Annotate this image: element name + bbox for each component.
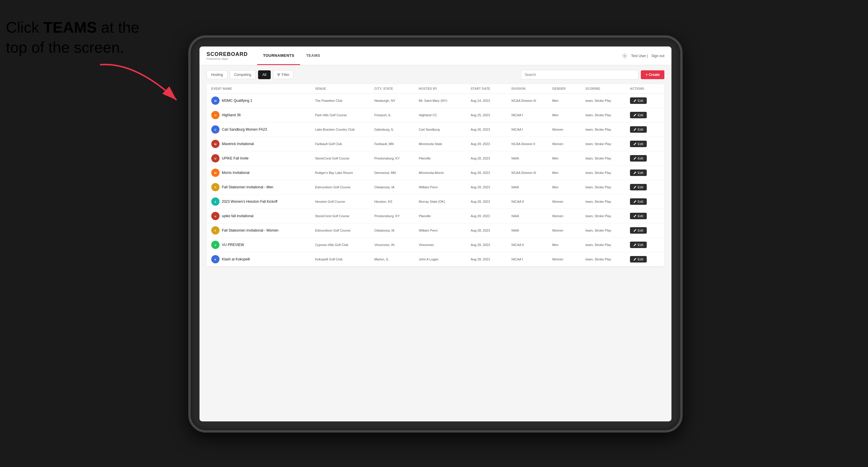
filter-bar: Hosting Competing All Filter + Create [207, 70, 664, 80]
city-state-cell: Oskaloosa, IA [374, 229, 419, 232]
venue-cell: Faribault Golf Club [315, 142, 375, 146]
edit-icon [633, 229, 637, 232]
division-cell: NAIA [512, 214, 552, 218]
edit-icon [633, 99, 637, 102]
city-state-cell: Hesston, KS [374, 200, 419, 203]
actions-cell: Edit [630, 126, 660, 133]
edit-button[interactable]: Edit [630, 126, 647, 133]
tablet-frame: SCOREBOARD Powered by clippit TOURNAMENT… [188, 35, 683, 433]
gender-cell: Men [552, 157, 586, 160]
col-event-name: EVENT NAME [211, 87, 315, 90]
scoring-cell: team, Stroke Play [586, 113, 630, 117]
scoring-cell: team, Stroke Play [586, 229, 630, 232]
tournaments-table: EVENT NAME VENUE CITY, STATE HOSTED BY S… [207, 84, 664, 267]
event-name-text: upike fall invitational [222, 214, 253, 218]
logo-sub: Powered by clippit [207, 57, 248, 60]
col-start-date: START DATE [471, 87, 512, 90]
event-icon: V [211, 241, 219, 249]
table-row: u upike fall invitational StoneCrest Gol… [207, 209, 664, 223]
table-row: V VU PREVIEW Cypress Hills Golf Club Vin… [207, 238, 664, 252]
svg-point-1 [624, 55, 625, 57]
event-name-text: Maverick Invitational [222, 142, 254, 146]
table-row: 2 2023 Women's Hesston Fall Kickoff Hess… [207, 194, 664, 209]
start-date-cell: Aug 28, 2023 [471, 229, 512, 232]
search-input[interactable] [521, 70, 639, 80]
hosted-by-cell: Highland CC [419, 113, 470, 117]
division-cell: NCAA Division II [512, 142, 552, 146]
venue-cell: Edmundson Golf Course [315, 229, 375, 232]
actions-cell: Edit [630, 112, 660, 118]
city-state-cell: Marion, IL [374, 257, 419, 261]
event-name-cell: F Fall Statesmen Invitational - Men [211, 183, 315, 191]
edit-button[interactable]: Edit [630, 242, 647, 248]
actions-cell: Edit [630, 213, 660, 219]
event-name-cell: V VU PREVIEW [211, 241, 315, 249]
filter-options-btn[interactable]: Filter [273, 70, 293, 79]
actions-cell: Edit [630, 227, 660, 234]
scoring-cell: team, Stroke Play [586, 257, 630, 261]
hosting-filter-btn[interactable]: Hosting [207, 70, 227, 79]
col-gender: GENDER [552, 87, 586, 90]
table-row: M MSMC Qualifying 1 The Powelton Club Ne… [207, 94, 664, 108]
event-name-cell: F Fall Statesmen Invitational - Women [211, 226, 315, 235]
edit-button[interactable]: Edit [630, 155, 647, 161]
hosted-by-cell: Mt. Saint Mary (NY) [419, 99, 470, 102]
svg-text:M: M [214, 99, 217, 102]
venue-cell: Kokopelli Golf Club [315, 257, 375, 261]
division-cell: NICAA I [512, 128, 552, 131]
event-icon: K [211, 255, 219, 263]
event-icon: M [211, 168, 219, 177]
scoring-cell: team, Stroke Play [586, 142, 630, 146]
hosted-by-cell: John A Logan [419, 257, 470, 261]
col-city-state: CITY, STATE [374, 87, 419, 90]
edit-button[interactable]: Edit [630, 256, 647, 262]
start-date-cell: Aug 28, 2023 [471, 257, 512, 261]
edit-button[interactable]: Edit [630, 112, 647, 118]
edit-button[interactable]: Edit [630, 184, 647, 190]
start-date-cell: Aug 28, 2023 [471, 214, 512, 218]
edit-button[interactable]: Edit [630, 227, 647, 234]
edit-button[interactable]: Edit [630, 198, 647, 205]
event-name-text: Morris Invitational [222, 171, 249, 175]
edit-button[interactable]: Edit [630, 97, 647, 104]
venue-cell: The Powelton Club [315, 99, 375, 102]
event-icon: u [211, 212, 219, 220]
svg-text:C: C [215, 128, 217, 131]
tab-teams[interactable]: TEAMS [300, 47, 326, 65]
hosted-by-cell: Vincennes [419, 243, 470, 247]
city-state-cell: Prestonsburg, KY [374, 214, 419, 218]
tablet-screen: SCOREBOARD Powered by clippit TOURNAMENT… [199, 46, 672, 422]
header-signout[interactable]: Sign out [651, 54, 664, 58]
event-name-text: Carl Sandburg Women FA23 [222, 127, 267, 131]
edit-button[interactable]: Edit [630, 141, 647, 147]
edit-icon [633, 258, 637, 261]
hosted-by-cell: William Penn [419, 229, 470, 232]
edit-button[interactable]: Edit [630, 213, 647, 219]
event-icon: H [211, 111, 219, 119]
hosted-by-cell: William Penn [419, 185, 470, 189]
create-button[interactable]: + Create [641, 70, 664, 79]
scoring-cell: team, Stroke Play [586, 171, 630, 175]
svg-text:M: M [214, 143, 217, 146]
settings-icon[interactable] [622, 53, 628, 59]
edit-button[interactable]: Edit [630, 169, 647, 176]
hosted-by-cell: Pikeville [419, 214, 470, 218]
all-filter-btn[interactable]: All [258, 70, 271, 79]
svg-text:V: V [215, 244, 216, 247]
scoring-cell: team, Stroke Play [586, 200, 630, 203]
city-state-cell: Oskaloosa, IA [374, 185, 419, 189]
col-actions: ACTIONS [630, 87, 660, 90]
table-body: M MSMC Qualifying 1 The Powelton Club Ne… [207, 94, 664, 267]
venue-cell: Lake Bracken Country Club [315, 128, 375, 131]
actions-cell: Edit [630, 155, 660, 161]
edit-icon [633, 171, 637, 174]
tab-tournaments[interactable]: TOURNAMENTS [257, 47, 300, 65]
scoring-cell: team, Stroke Play [586, 214, 630, 218]
actions-cell: Edit [630, 198, 660, 205]
table-row: C Carl Sandburg Women FA23 Lake Bracken … [207, 122, 664, 137]
city-state-cell: Faribault, MN [374, 142, 419, 146]
event-icon: M [211, 96, 219, 105]
scoring-cell: team, Stroke Play [586, 185, 630, 189]
competing-filter-btn[interactable]: Competing [230, 70, 256, 79]
svg-text:U: U [215, 157, 217, 160]
